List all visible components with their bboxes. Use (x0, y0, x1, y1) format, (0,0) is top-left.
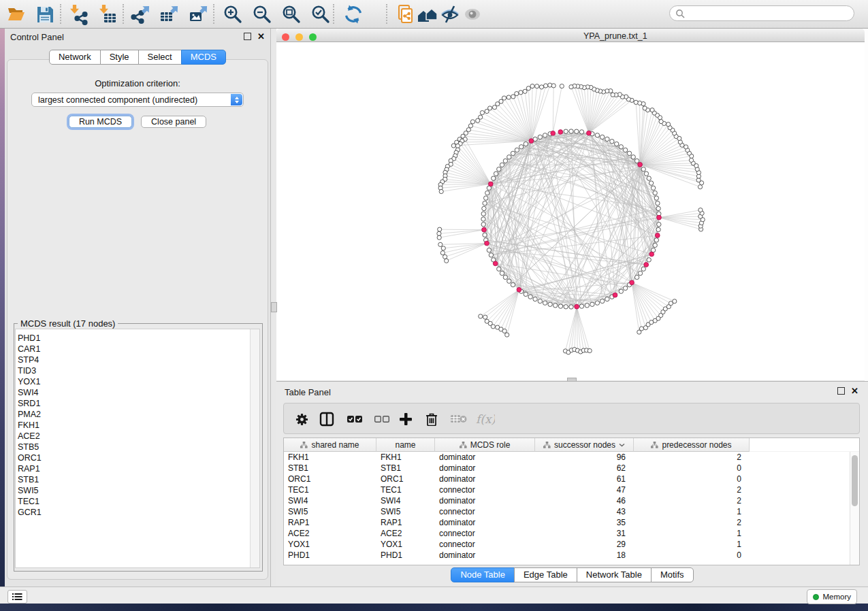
column-header-MCDS-role[interactable]: MCDS role (435, 438, 535, 452)
table-settings-icon[interactable] (295, 412, 308, 426)
float-window-icon[interactable] (837, 387, 845, 395)
cell-successor-nodes: 62 (535, 463, 634, 474)
network-graph[interactable] (276, 42, 865, 380)
tab-select[interactable]: Select (138, 50, 182, 65)
result-node-item[interactable]: ORC1 (16, 452, 259, 463)
result-node-item[interactable]: STP4 (16, 354, 259, 365)
criterion-value: largest connected component (undirected) (38, 95, 197, 105)
attribute-type-icon (651, 442, 658, 448)
add-column-icon[interactable] (399, 412, 413, 426)
table-scrollbar[interactable] (850, 452, 859, 565)
column-visibility-icon[interactable] (319, 412, 334, 426)
table-row[interactable]: FKH1FKH1dominator962 (284, 452, 859, 463)
network-canvas[interactable] (276, 42, 865, 380)
task-history-button[interactable] (7, 590, 27, 604)
tab-node-table[interactable]: Node Table (451, 567, 515, 582)
zoom-in-icon[interactable] (222, 3, 244, 25)
cell-MCDS-role: dominator (435, 495, 535, 506)
cell-name: SWI5 (376, 506, 435, 517)
network-window-titlebar[interactable]: YPA_prune.txt_1 (276, 29, 865, 42)
table-row[interactable]: YOX1YOX1connector291 (284, 539, 859, 550)
zoom-fit-icon[interactable] (280, 3, 302, 25)
refresh-icon[interactable] (342, 3, 364, 25)
result-node-item[interactable]: FKH1 (16, 420, 259, 431)
close-window-icon[interactable] (282, 33, 289, 41)
result-scrollbar[interactable] (250, 329, 259, 567)
result-node-item[interactable]: CAR1 (16, 344, 259, 354)
column-header-shared-name[interactable]: shared name (284, 438, 376, 452)
import-network-icon[interactable] (67, 3, 89, 25)
table-row[interactable]: TEC1TEC1connector472 (284, 484, 859, 495)
tab-edge-table[interactable]: Edge Table (514, 567, 577, 582)
result-node-item[interactable]: SWI5 (16, 485, 259, 496)
cell-MCDS-role: dominator (435, 463, 535, 474)
result-node-item[interactable]: ACE2 (16, 431, 259, 442)
cell-predecessor-nodes: 1 (634, 539, 750, 550)
select-all-icon[interactable] (347, 412, 363, 426)
table-row[interactable]: STB1STB1dominator620 (284, 463, 859, 474)
run-mcds-button[interactable]: Run MCDS (69, 116, 132, 128)
float-window-icon[interactable] (244, 33, 251, 40)
control-panel-title: Control Panel (10, 32, 64, 42)
result-node-item[interactable]: PHD1 (16, 333, 259, 344)
scrollbar-thumb[interactable] (852, 455, 858, 506)
export-table-icon[interactable] (159, 3, 180, 25)
export-network-icon[interactable] (130, 3, 152, 25)
mcds-result-list[interactable]: PHD1CAR1STP4TID3YOX1SWI4SRD1PMA2FKH1ACE2… (15, 329, 260, 568)
column-header-successor-nodes[interactable]: successor nodes (535, 438, 634, 452)
table-row[interactable]: ORC1ORC1dominator610 (284, 474, 859, 484)
result-node-item[interactable]: STB5 (16, 442, 259, 452)
result-node-item[interactable]: SRD1 (16, 398, 259, 409)
close-panel-icon[interactable]: ✕ (257, 33, 265, 39)
search-input[interactable] (669, 5, 854, 21)
share-document-icon[interactable] (395, 3, 417, 25)
cell-predecessor-nodes: 2 (634, 495, 750, 506)
cell-MCDS-role: connector (435, 484, 535, 495)
deselect-all-icon[interactable] (374, 412, 390, 426)
result-node-item[interactable]: GCR1 (16, 507, 259, 518)
open-session-icon[interactable] (5, 3, 27, 25)
tab-motifs[interactable]: Motifs (651, 567, 694, 582)
zoom-out-icon[interactable] (251, 3, 273, 25)
zoom-selected-icon[interactable] (310, 3, 332, 25)
criterion-dropdown[interactable]: largest connected component (undirected) (31, 93, 244, 107)
export-image-icon[interactable] (188, 3, 210, 25)
result-node-item[interactable]: YOX1 (16, 376, 259, 387)
result-node-item[interactable]: STB1 (16, 474, 259, 485)
table-row[interactable]: ACE2ACE2connector311 (284, 528, 859, 539)
column-header-predecessor-nodes[interactable]: predecessor nodes (634, 438, 750, 452)
result-node-item[interactable]: SWI4 (16, 387, 259, 398)
table-row[interactable]: SWI5SWI5connector431 (284, 506, 859, 517)
table-row[interactable]: RAP1RAP1dominator352 (284, 517, 859, 528)
tab-mcds[interactable]: MCDS (181, 50, 226, 65)
cell-successor-nodes: 47 (535, 484, 634, 495)
column-label: name (395, 440, 415, 450)
close-panel-icon[interactable]: ✕ (851, 388, 858, 394)
result-node-item[interactable]: PMA2 (16, 409, 259, 420)
dropdown-stepper-icon (231, 94, 242, 105)
save-session-icon[interactable] (34, 3, 56, 25)
tab-network-table[interactable]: Network Table (577, 567, 652, 582)
node-table[interactable]: shared namename MCDS role successor node… (283, 437, 860, 565)
table-row[interactable]: SWI4SWI4dominator462 (284, 495, 859, 506)
column-header-name[interactable]: name (376, 438, 435, 452)
hide-details-icon[interactable] (439, 3, 461, 25)
maximize-window-icon[interactable] (309, 33, 317, 41)
delete-column-icon[interactable] (425, 412, 438, 426)
minimize-window-icon[interactable] (295, 33, 303, 41)
neighbors-icon[interactable] (417, 3, 438, 25)
tab-network[interactable]: Network (49, 50, 101, 65)
cell-name: ORC1 (376, 474, 435, 484)
result-node-item[interactable]: TID3 (16, 365, 259, 376)
close-panel-button[interactable]: Close panel (141, 116, 206, 128)
import-table-icon[interactable] (97, 3, 118, 25)
result-node-item[interactable]: RAP1 (16, 463, 259, 474)
tab-style[interactable]: Style (100, 50, 139, 65)
result-node-item[interactable]: TEC1 (16, 496, 259, 507)
table-row[interactable]: PHD1PHD1dominator180 (284, 550, 859, 561)
memory-button[interactable]: Memory (807, 589, 857, 604)
cell-shared-name: SWI4 (284, 495, 376, 506)
vertical-splitter-handle[interactable] (271, 302, 277, 312)
show-details-icon[interactable] (462, 3, 483, 25)
network-window-title: YPA_prune.txt_1 (583, 31, 647, 41)
